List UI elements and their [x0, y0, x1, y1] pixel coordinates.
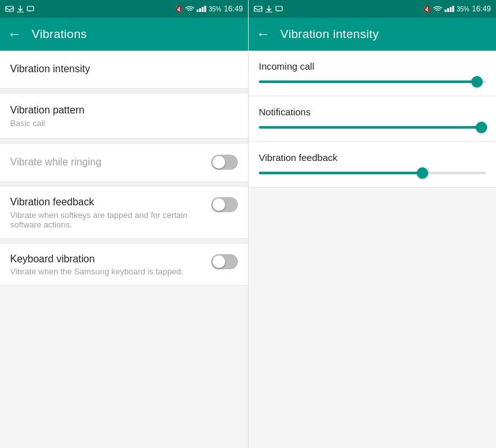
- status-time: 16:49: [224, 4, 243, 13]
- vibration-feedback-toggle[interactable]: [211, 197, 238, 212]
- back-button-r[interactable]: ←: [256, 27, 270, 41]
- notifications-fill: [259, 126, 481, 129]
- settings-item-keyboard-vibration[interactable]: Keyboard vibration Vibrate when the Sams…: [0, 244, 248, 286]
- section-divider-2: [0, 139, 248, 144]
- vib-feedback-thumb[interactable]: [417, 167, 428, 179]
- battery-percentage: 35%: [209, 6, 221, 13]
- download-icon: [16, 5, 24, 13]
- slider-section-vib-feedback: Vibration feedback: [249, 142, 496, 188]
- sms-icon-r: [275, 5, 283, 13]
- keyboard-vibration-title: Keyboard vibration: [10, 253, 206, 266]
- wifi-icon: [185, 6, 194, 13]
- incoming-call-label: Incoming call: [259, 61, 486, 72]
- settings-item-vibration-feedback[interactable]: Vibration feedback Vibrate when softkeys…: [0, 187, 248, 239]
- status-bar-left-icons: [5, 5, 34, 13]
- notification-icon: [5, 5, 14, 13]
- status-bar-right-icons-r: 🔇 35% 16:49: [423, 4, 491, 13]
- vibration-feedback-subtitle: Vibrate when softkeys are tapped and for…: [10, 210, 206, 229]
- left-panel: 🔇 35% 16:49 ← Vibrations: [0, 0, 248, 448]
- vib-feedback-track[interactable]: [259, 172, 486, 174]
- back-button[interactable]: ←: [8, 27, 22, 41]
- keyboard-vibration-toggle-thumb: [212, 255, 225, 268]
- svg-rect-2: [254, 6, 262, 11]
- left-toolbar-title: Vibrations: [32, 27, 87, 41]
- right-toolbar: ← Vibration intensity: [249, 18, 496, 51]
- vibration-pattern-title: Vibration pattern: [10, 104, 238, 117]
- battery-percentage-r: 35%: [457, 6, 469, 13]
- notification-icon-r: [254, 5, 263, 13]
- mute-icon-r: 🔇: [423, 6, 431, 13]
- section-divider-1: [0, 89, 248, 94]
- mute-icon: 🔇: [175, 6, 183, 13]
- left-toolbar: ← Vibrations: [0, 18, 248, 51]
- vibrate-ringing-toggle-thumb: [212, 156, 225, 169]
- signal-icon-r: [445, 6, 454, 12]
- status-time-r: 16:49: [472, 4, 491, 13]
- right-content: Incoming call Notifications Vibration fe…: [249, 51, 496, 448]
- status-bar-right-icons: 🔇 35% 16:49: [175, 4, 243, 13]
- settings-item-vibrate-ringing[interactable]: Vibrate while ringing: [0, 144, 248, 182]
- vibration-feedback-toggle-thumb: [212, 198, 225, 211]
- slider-section-notifications: Notifications: [249, 96, 496, 142]
- download-icon-r: [265, 5, 273, 13]
- sms-icon: [27, 5, 34, 13]
- svg-rect-1: [27, 6, 34, 11]
- settings-item-vibration-intensity[interactable]: Vibration intensity: [0, 51, 248, 89]
- incoming-call-fill: [259, 80, 477, 83]
- section-divider-3: [0, 182, 248, 187]
- notifications-track[interactable]: [259, 126, 486, 129]
- wifi-icon-r: [433, 6, 442, 13]
- svg-rect-3: [276, 6, 282, 11]
- incoming-call-thumb[interactable]: [471, 76, 483, 87]
- section-divider-4: [0, 239, 248, 244]
- vib-feedback-fill: [259, 172, 422, 174]
- notifications-label: Notifications: [259, 106, 486, 117]
- status-bar-right-left-icons: [254, 5, 283, 13]
- vibration-intensity-title: Vibration intensity: [10, 63, 238, 76]
- signal-icon: [197, 6, 206, 12]
- svg-rect-0: [6, 6, 13, 11]
- vibration-feedback-title: Vibration feedback: [10, 196, 206, 209]
- right-panel: 🔇 35% 16:49 ← Vibration intensity Inc: [248, 0, 496, 448]
- notifications-thumb[interactable]: [476, 122, 487, 133]
- vibrate-ringing-toggle[interactable]: [211, 155, 238, 170]
- keyboard-vibration-toggle[interactable]: [211, 254, 238, 269]
- settings-item-vibration-pattern[interactable]: Vibration pattern Basic call: [0, 94, 248, 139]
- left-content: Vibration intensity Vibration pattern Ba…: [0, 51, 248, 448]
- vib-feedback-label: Vibration feedback: [259, 152, 486, 163]
- vibration-pattern-subtitle: Basic call: [10, 118, 238, 128]
- incoming-call-track[interactable]: [259, 80, 486, 83]
- status-bar-right: 🔇 35% 16:49: [249, 0, 496, 18]
- right-toolbar-title: Vibration intensity: [280, 27, 379, 41]
- vibrate-ringing-title: Vibrate while ringing: [10, 156, 211, 169]
- status-bar-left: 🔇 35% 16:49: [0, 0, 248, 18]
- slider-section-incoming-call: Incoming call: [249, 51, 496, 96]
- keyboard-vibration-subtitle: Vibrate when the Samsung keyboard is tap…: [10, 267, 206, 276]
